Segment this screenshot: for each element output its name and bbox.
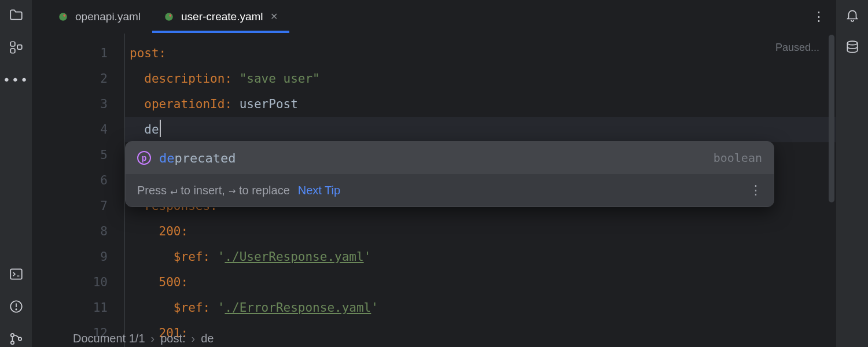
line-number-gutter: 1 2 3 4 5 6 7 8 9 10 11 12 (32, 34, 125, 347)
folder-icon[interactable] (8, 7, 24, 23)
editor-body: 1 2 3 4 5 6 7 8 9 10 11 12 post: descrip… (32, 34, 836, 347)
right-tool-rail (836, 0, 868, 347)
line-number: 8 (32, 219, 108, 244)
svg-point-12 (165, 13, 173, 21)
terminal-icon[interactable] (8, 266, 24, 282)
svg-point-10 (59, 13, 67, 21)
tab-label: openapi.yaml (75, 10, 141, 23)
completion-type: boolean (713, 151, 762, 165)
tab-openapi[interactable]: openapi.yaml (46, 0, 152, 33)
line-number: 2 (32, 66, 108, 91)
line-number: 10 (32, 270, 108, 295)
svg-point-8 (10, 341, 13, 344)
yaml-key: $ref (174, 301, 203, 315)
breadcrumb-segment[interactable]: Document 1/1 (73, 332, 145, 345)
yaml-value: userPost (240, 97, 298, 111)
completion-menu-icon[interactable]: ⋮ (749, 183, 762, 198)
property-icon: p (137, 151, 151, 165)
line-number: 1 (32, 40, 108, 66)
svg-rect-1 (10, 49, 15, 53)
yaml-key: 200 (159, 224, 181, 238)
chevron-right-icon: › (192, 332, 196, 345)
typed-text: de (144, 123, 159, 136)
editor-area: openapi.yaml user-create.yaml ✕ ⋮ 1 2 3 … (32, 0, 836, 347)
next-tip-link[interactable]: Next Tip (298, 184, 340, 197)
tab-user-create[interactable]: user-create.yaml ✕ (152, 0, 289, 33)
hint-text: to insert, (181, 184, 225, 197)
line-number: 9 (32, 244, 108, 270)
line-number: 11 (32, 295, 108, 320)
yaml-key: 500 (159, 275, 181, 289)
more-tools-icon[interactable]: ••• (8, 72, 24, 88)
svg-rect-0 (10, 42, 15, 46)
enter-key-icon: ↵ (170, 183, 177, 197)
structure-icon[interactable] (8, 39, 24, 56)
problems-icon[interactable] (8, 298, 24, 315)
close-tab-icon[interactable]: ✕ (270, 11, 278, 22)
tab-overflow-menu-icon[interactable]: ⋮ (802, 0, 836, 33)
hint-text: to replace (239, 184, 290, 197)
svg-rect-3 (10, 269, 22, 279)
svg-point-7 (10, 334, 13, 337)
svg-point-11 (63, 14, 65, 16)
line-number: 4 (32, 117, 108, 142)
completion-hint-bar: Press ↵ to insert, → to replace Next Tip… (126, 174, 774, 206)
tab-key-icon: → (229, 183, 236, 197)
breadcrumb-segment[interactable]: post: (160, 332, 185, 345)
svg-point-13 (169, 14, 171, 16)
line-number: 3 (32, 91, 108, 117)
tab-label: user-create.yaml (181, 10, 263, 23)
completion-item[interactable]: p deprecated boolean (126, 142, 774, 174)
breadcrumb-segment[interactable]: de (201, 332, 214, 345)
svg-rect-2 (17, 45, 22, 50)
tab-bar: openapi.yaml user-create.yaml ✕ ⋮ (32, 0, 836, 34)
chevron-right-icon: › (151, 332, 155, 345)
yaml-key: operationId (144, 97, 225, 111)
line-number: 6 (32, 168, 108, 193)
left-tool-rail: ••• (0, 0, 32, 347)
yaml-key: post (130, 46, 159, 60)
scrollbar-thumb[interactable] (829, 35, 834, 202)
notifications-icon[interactable] (844, 7, 860, 23)
yaml-file-icon (164, 12, 174, 22)
yaml-key: $ref (174, 250, 203, 264)
line-number: 7 (32, 193, 108, 219)
hint-text: Press (137, 184, 167, 197)
vcs-icon[interactable] (8, 331, 24, 347)
line-number: 5 (32, 142, 108, 168)
completion-label: deprecated (159, 151, 236, 165)
database-icon[interactable] (844, 39, 860, 56)
yaml-key: description (144, 72, 225, 86)
text-caret (160, 120, 161, 137)
yaml-file-icon (58, 12, 68, 22)
yaml-string: "save user" (240, 72, 320, 86)
svg-point-14 (847, 41, 857, 45)
svg-point-9 (18, 337, 21, 340)
vertical-scrollbar[interactable] (827, 34, 836, 207)
breadcrumb[interactable]: Document 1/1 › post: › de (73, 330, 214, 347)
completion-popup: p deprecated boolean Press ↵ to insert, … (125, 141, 774, 207)
inspection-status[interactable]: Paused... (775, 42, 819, 54)
svg-point-6 (16, 309, 16, 309)
